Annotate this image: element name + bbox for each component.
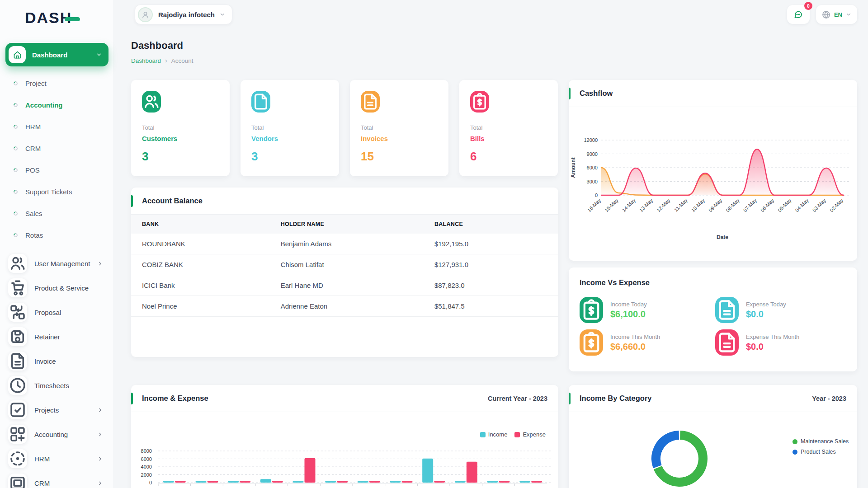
- chevron-down-icon: [219, 11, 226, 18]
- stat-card-kicker: Total: [470, 124, 547, 131]
- legend-item[interactable]: Product Sales: [793, 449, 849, 455]
- income-expense-bar-chart: 80006000400020000: [131, 444, 558, 488]
- language-selector[interactable]: EN: [816, 5, 857, 24]
- svg-text:12-May: 12-May: [656, 197, 671, 213]
- sidebar-item-label: CRM: [34, 479, 97, 487]
- sidebar-item-label: Accounting: [34, 431, 97, 438]
- sidebar-item-label: Timesheets: [34, 382, 103, 389]
- sidebar-subitem-sales[interactable]: Sales: [0, 202, 113, 224]
- stat-card-label: Bills: [470, 135, 547, 142]
- column-header: BALANCE: [434, 215, 558, 234]
- ive-value: $0.0: [746, 342, 799, 352]
- legend-label: Maintenance Sales: [801, 438, 849, 445]
- svg-text:Date: Date: [717, 234, 728, 240]
- ive-label: Income Today: [610, 301, 647, 308]
- svg-text:9000: 9000: [587, 151, 598, 157]
- sidebar-item-accounting[interactable]: Accounting: [0, 422, 113, 446]
- sidebar-item-label: Projects: [34, 406, 97, 414]
- sidebar-item-crm[interactable]: CRM: [0, 471, 113, 488]
- table-cell: COBIZ BANK: [131, 254, 281, 275]
- svg-text:04-May: 04-May: [794, 197, 810, 213]
- svg-text:12000: 12000: [584, 137, 598, 143]
- legend-swatch: [514, 432, 520, 437]
- sidebar-item-product-service[interactable]: Product & Service: [0, 276, 113, 300]
- table-cell: Benjamin Adams: [281, 234, 434, 254]
- sidebar-item-timesheets[interactable]: Timesheets: [0, 373, 113, 398]
- panel-header: Cashflow: [569, 80, 857, 107]
- chart-legend: Maintenance SalesProduct Sales: [793, 438, 849, 455]
- stat-card-value: 15: [361, 150, 438, 164]
- stat-card-label: Invoices: [361, 135, 438, 142]
- stat-card-value: 3: [251, 150, 328, 164]
- panel-title: Cashflow: [580, 89, 613, 98]
- file-lines-icon: [715, 297, 739, 323]
- person-icon: [141, 10, 150, 19]
- svg-text:15-May: 15-May: [604, 197, 619, 213]
- sidebar-menu: User ManagementProduct & ServiceProposal…: [0, 251, 113, 488]
- stat-card-kicker: Total: [251, 124, 328, 131]
- save-icon: [8, 327, 27, 346]
- svg-text:16-May: 16-May: [586, 197, 602, 213]
- messages-button[interactable]: 0: [787, 5, 810, 24]
- users-icon: [8, 254, 27, 273]
- file-lines-icon: [361, 91, 380, 113]
- table-header: BANKHOLDER NAMEBALANCE: [131, 215, 558, 234]
- stat-card-label: Vendors: [251, 135, 328, 142]
- ive-item-income-today: Income Today$6,100.0: [580, 297, 711, 323]
- sidebar-subitem-accounting[interactable]: Accounting: [0, 94, 113, 116]
- svg-text:02-May: 02-May: [829, 197, 844, 213]
- svg-text:14-May: 14-May: [621, 197, 637, 213]
- sidebar-item-invoice[interactable]: Invoice: [0, 349, 113, 373]
- bullet-icon: [13, 102, 19, 108]
- svg-text:05-May: 05-May: [777, 197, 793, 213]
- page-title: Dashboard: [131, 40, 183, 52]
- sidebar-subitem-hrm[interactable]: HRM: [0, 116, 113, 137]
- sidebar-item-dashboard[interactable]: Dashboard: [5, 43, 108, 66]
- sidebar-item-hrm[interactable]: HRM: [0, 446, 113, 471]
- company-switcher[interactable]: Rajodiya infotech: [135, 5, 232, 24]
- svg-text:8000: 8000: [141, 448, 152, 454]
- legend-label: Expense: [523, 431, 546, 438]
- legend-item[interactable]: Expense: [514, 431, 546, 438]
- bullet-icon: [13, 80, 19, 86]
- ive-value: $6,660.0: [610, 342, 660, 352]
- breadcrumb-dashboard-link[interactable]: Dashboard: [131, 57, 161, 64]
- table-row: ROUNDBANKBenjamin Adams$192,195.0: [131, 234, 558, 254]
- sidebar-item-proposal[interactable]: Proposal: [0, 300, 113, 324]
- sidebar-item-projects[interactable]: Projects: [0, 398, 113, 422]
- sidebar-subitem-pos[interactable]: POS: [0, 159, 113, 181]
- logo-dash: [65, 17, 80, 21]
- table-row: Noel PrinceAdrienne Eaton$51,847.5: [131, 296, 558, 317]
- stat-card-value: 6: [470, 150, 547, 164]
- sidebar-subitem-crm[interactable]: CRM: [0, 137, 113, 159]
- legend-item[interactable]: Maintenance Sales: [793, 438, 849, 445]
- sidebar-item-retainer[interactable]: Retainer: [0, 324, 113, 349]
- sidebar-dashboard-submenu: ProjectAccountingHRMCRMPOSSupport Ticket…: [0, 72, 113, 246]
- ive-item-expense-this-month: Expense This Month$0.0: [715, 329, 846, 356]
- svg-text:4000: 4000: [141, 464, 152, 469]
- breadcrumb-current: Account: [171, 57, 193, 64]
- clipboard-dollar-icon: [580, 297, 603, 323]
- legend-item[interactable]: Income: [480, 431, 508, 438]
- chart-legend: IncomeExpense: [480, 431, 546, 438]
- ive-value: $0.0: [746, 309, 786, 319]
- sidebar-subitem-project[interactable]: Project: [0, 72, 113, 94]
- sidebar-subitem-rotas[interactable]: Rotas: [0, 224, 113, 246]
- table-cell: Adrienne Eaton: [281, 296, 434, 317]
- sidebar-subitem-label: HRM: [25, 123, 41, 131]
- column-header: BANK: [131, 215, 281, 234]
- sidebar-subitem-support-tickets[interactable]: Support Tickets: [0, 181, 113, 202]
- table-cell: $51,847.5: [434, 296, 558, 317]
- svg-text:2000: 2000: [141, 472, 152, 478]
- clock-icon: [8, 376, 27, 395]
- sidebar-item-user-management[interactable]: User Management: [0, 251, 113, 276]
- ive-label: Expense This Month: [746, 333, 799, 340]
- svg-text:0: 0: [149, 480, 152, 485]
- ive-item-expense-today: Expense Today$0.0: [715, 297, 846, 323]
- file-lines-icon: [715, 329, 739, 356]
- svg-text:6000: 6000: [587, 165, 598, 170]
- sidebar-subitem-label: Sales: [25, 210, 42, 217]
- ive-item-income-this-month: Income This Month$6,660.0: [580, 329, 711, 356]
- svg-text:Amount: Amount: [570, 157, 576, 178]
- legend-swatch: [793, 450, 797, 455]
